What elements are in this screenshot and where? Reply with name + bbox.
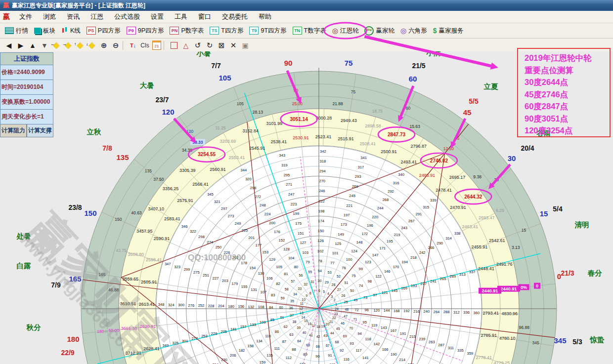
toolbar-item-hexagon[interactable]: ◎六角形	[397, 25, 430, 37]
svg-text:135: 135	[116, 153, 129, 162]
svg-text:342: 342	[320, 149, 326, 154]
svg-text:80: 80	[294, 265, 298, 269]
back-icon[interactable]: ◀	[3, 40, 15, 51]
toolbar-item-gann-wheel[interactable]: ◎江恩轮	[329, 25, 362, 37]
draw-triangle-icon[interactable]: △	[180, 40, 192, 51]
svg-text:97: 97	[373, 293, 377, 297]
svg-text:266: 266	[428, 245, 435, 250]
svg-text:126: 126	[317, 239, 324, 243]
svg-text:345: 345	[207, 192, 214, 197]
svg-text:263: 263	[429, 340, 435, 344]
svg-text:立夏: 立夏	[483, 82, 499, 90]
svg-text:68: 68	[335, 340, 339, 344]
menu-item-2[interactable]: 资讯	[61, 13, 85, 20]
menu-item-5[interactable]: 设置	[145, 13, 169, 20]
svg-text:4729.25: 4729.25	[494, 361, 510, 364]
svg-text:268: 268	[383, 198, 389, 202]
svg-text:106: 106	[266, 276, 273, 281]
menu-item-3[interactable]: 江恩	[85, 13, 109, 20]
toolbar-item-p-table[interactable]: PNP数字表	[167, 25, 207, 37]
svg-text:119: 119	[371, 323, 377, 327]
diamond-right-icon[interactable]: ◆→	[62, 40, 74, 51]
svg-text:61: 61	[280, 316, 284, 319]
toolbar-item-t-square[interactable]: TST四方形	[207, 25, 246, 37]
svg-text:7: 7	[314, 289, 316, 293]
toolbar-item-kline[interactable]: K线	[58, 25, 84, 37]
diamond-up-icon[interactable]: ◆↑	[74, 40, 86, 51]
svg-text:95: 95	[362, 320, 366, 324]
svg-text:152: 152	[279, 238, 285, 243]
svg-text:2785.91: 2785.91	[481, 333, 497, 338]
panel-button-support[interactable]: 计算支撑	[27, 124, 53, 137]
annotation-line-5: 90度3051点	[525, 113, 610, 125]
svg-text:141: 141	[362, 356, 369, 360]
svg-text:195: 195	[387, 239, 393, 243]
svg-text:7/9: 7/9	[51, 281, 61, 289]
panel-button-resistance[interactable]: 计算阻力	[0, 124, 27, 137]
svg-text:170: 170	[393, 265, 399, 269]
rotate-cw-icon[interactable]: ↻	[204, 40, 216, 51]
toolbar-item-9t-square[interactable]: T99T四方形	[246, 25, 289, 37]
up-icon[interactable]: ▲	[27, 40, 39, 51]
toolbar-item-t-table[interactable]: TNT数字表	[290, 25, 329, 37]
svg-text:321: 321	[214, 200, 220, 204]
svg-text:55: 55	[308, 270, 312, 274]
annotation-line-3: 45度2746点	[525, 88, 610, 101]
toolbar-item-9p-square[interactable]: P99P四方形	[124, 25, 167, 37]
toolbar-label-9t-square: 9T四方形	[261, 27, 286, 35]
svg-text:340: 340	[398, 172, 404, 177]
badge-icon: TN	[293, 27, 302, 35]
toolbar-item-sectors[interactable]: 板块	[31, 25, 58, 37]
menu-item-7[interactable]: 窗口	[193, 13, 217, 20]
svg-text:88: 88	[292, 347, 296, 352]
svg-text:90: 90	[294, 88, 299, 93]
svg-text:265: 265	[440, 277, 446, 281]
toolbar-item-p-square[interactable]: PSP四方形	[84, 25, 124, 37]
delete-box-icon[interactable]: ⊠	[216, 40, 227, 51]
zoom-in-icon[interactable]: ⊕	[98, 40, 110, 51]
svg-text:124: 124	[351, 249, 357, 253]
toolbar-item-winner-wheel[interactable]: Big赢家轮	[361, 25, 397, 37]
svg-text:150: 150	[84, 209, 96, 217]
svg-text:294: 294	[319, 169, 326, 173]
zoom-out-icon[interactable]: ⊖	[110, 40, 122, 51]
forward-icon[interactable]: ▶	[15, 40, 27, 51]
menu-item-8[interactable]: 交易委托	[217, 13, 253, 20]
hexagon-icon: ◎	[400, 27, 406, 34]
screen-icon[interactable]: ▣	[239, 40, 251, 51]
svg-text:242: 242	[419, 250, 426, 255]
svg-text:243: 243	[401, 226, 407, 230]
svg-text:62: 62	[284, 325, 288, 328]
svg-text:44: 44	[330, 331, 334, 335]
toolbar-item-quotes[interactable]: 行情	[2, 25, 31, 37]
svg-text:2628.41: 2628.41	[143, 346, 160, 351]
menu-item-0[interactable]: 文件	[14, 13, 38, 20]
menu-item-9[interactable]: 帮助	[253, 13, 277, 20]
menu-item-1[interactable]: 浏览	[38, 13, 61, 20]
time-axis-icon[interactable]: T↓	[127, 40, 139, 51]
svg-text:123: 123	[365, 260, 371, 264]
svg-text:317: 317	[357, 165, 364, 169]
svg-text:322: 322	[190, 229, 196, 234]
menu-item-6[interactable]: 工具	[169, 13, 193, 20]
svg-text:22/9: 22/9	[61, 349, 74, 357]
badge-icon: PN	[170, 27, 179, 35]
shrink-icon[interactable]: ✕	[227, 40, 239, 51]
diamond-left-icon[interactable]: ◆←	[50, 40, 62, 51]
svg-text:129: 129	[269, 257, 275, 262]
annotation-line-4: 60度2847点	[525, 100, 610, 113]
rotate-ccw-icon[interactable]: ↺	[192, 40, 204, 51]
svg-text:239: 239	[419, 337, 426, 341]
draw-square-icon[interactable]	[168, 40, 180, 51]
menu-item-4[interactable]: 公式选股	[109, 13, 145, 20]
svg-text:47: 47	[344, 315, 348, 318]
svg-text:122: 122	[375, 274, 382, 279]
diamond-down-icon[interactable]: ◆↓	[86, 40, 98, 51]
svg-text:2440.91: 2440.91	[482, 288, 498, 293]
svg-text:171: 171	[379, 246, 386, 250]
toolbar-item-winner-service[interactable]: $赢家服务	[430, 25, 467, 37]
down-icon[interactable]: ▼	[39, 40, 50, 51]
calendar-icon[interactable]: 21	[151, 40, 163, 51]
svg-text:27: 27	[337, 288, 341, 291]
cls-button[interactable]: Cls	[139, 40, 151, 51]
